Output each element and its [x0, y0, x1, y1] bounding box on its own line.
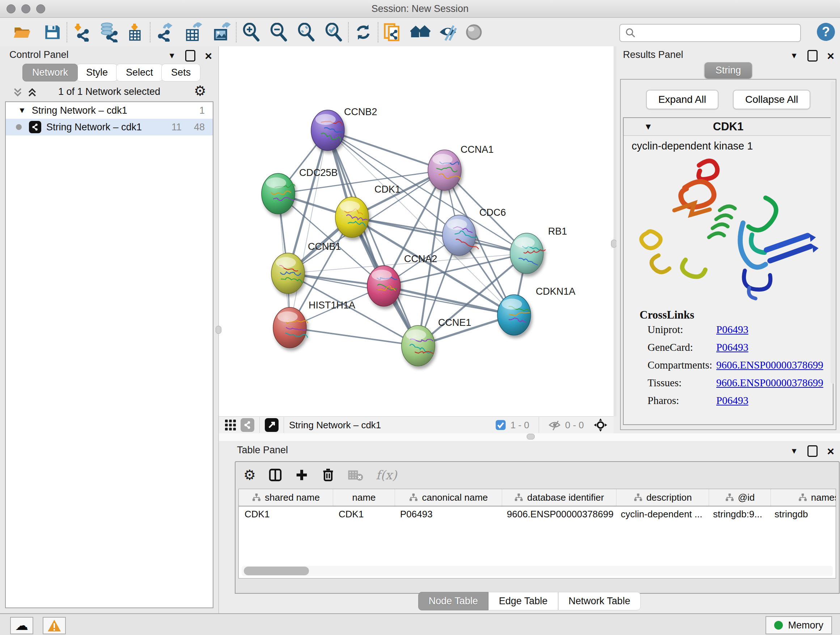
- export-network-button[interactable]: [155, 22, 175, 42]
- results-scrollbar[interactable]: [831, 81, 835, 384]
- delete-table-icon[interactable]: [347, 467, 363, 483]
- import-network-database-button[interactable]: [98, 22, 118, 42]
- warnings-button[interactable]: [43, 617, 66, 634]
- refresh-button[interactable]: [353, 22, 373, 42]
- export-table-button[interactable]: [183, 22, 203, 42]
- crosslink-link[interactable]: 9606.ENSP00000378699: [716, 359, 823, 371]
- column-header-name[interactable]: name: [333, 489, 395, 506]
- memory-button[interactable]: Memory: [766, 616, 832, 634]
- show-all-button[interactable]: [410, 22, 431, 42]
- gene-header[interactable]: ▼ CDK1: [624, 118, 833, 136]
- network-row-selected[interactable]: String Network – cdk1 11 48: [6, 119, 213, 135]
- close-panel-icon[interactable]: ×: [827, 51, 834, 60]
- network-canvas[interactable]: CCNB2 CCNA1 CDC25B CDK1 CDC6 RB1 CCNB1: [219, 46, 614, 416]
- scrollbar-thumb[interactable]: [244, 567, 309, 575]
- help-button[interactable]: ?: [817, 23, 835, 41]
- edge-HIST1H1A-CCNE1[interactable]: [290, 328, 418, 346]
- collapse-panel-icon[interactable]: ▼: [790, 447, 798, 456]
- first-neighbors-button[interactable]: [383, 22, 403, 42]
- create-column-plus-icon[interactable]: [295, 468, 309, 482]
- node-CDK1[interactable]: [335, 197, 369, 238]
- collapse-panel-icon[interactable]: ▼: [168, 51, 176, 60]
- selected-checkbox-icon[interactable]: [495, 420, 506, 431]
- node-table-box: ⚙: [235, 461, 840, 594]
- splitter-grip[interactable]: [611, 240, 617, 248]
- save-session-button[interactable]: [42, 22, 62, 42]
- zoom-selected-button[interactable]: [324, 22, 344, 42]
- import-network-file-button[interactable]: [72, 22, 92, 42]
- zoom-in-button[interactable]: [241, 22, 261, 42]
- column-header-database-identifier[interactable]: database identifier: [502, 489, 616, 506]
- splitter-vertical[interactable]: [614, 46, 616, 416]
- edge-CCNB2-HIST1H1A[interactable]: [290, 130, 328, 328]
- table-options-gear-icon[interactable]: ⚙: [243, 468, 256, 482]
- zoom-out-button[interactable]: [268, 22, 289, 42]
- splitter-grip[interactable]: [216, 326, 221, 334]
- hidden-eye-slash-icon[interactable]: [548, 419, 561, 431]
- show-graphics-button[interactable]: [464, 22, 484, 42]
- network-options-gear-icon[interactable]: ⚙: [194, 84, 206, 98]
- node-CCNE1[interactable]: [401, 325, 435, 366]
- detach-view-icon[interactable]: [265, 418, 279, 432]
- function-builder-icon[interactable]: f(x): [376, 468, 397, 482]
- column-tree-icon: [725, 493, 734, 502]
- node-HIST1H1A[interactable]: [273, 307, 308, 348]
- tree-expander-icon[interactable]: ▼: [18, 106, 26, 115]
- delete-column-trash-icon[interactable]: [321, 468, 335, 482]
- close-panel-icon[interactable]: ×: [205, 51, 212, 60]
- column-header-description[interactable]: description: [616, 489, 709, 506]
- tab-node-table[interactable]: Node Table: [418, 592, 488, 610]
- node-CDKN1A[interactable]: [497, 295, 531, 335]
- show-columns-icon[interactable]: [268, 468, 283, 482]
- toolbar-search-box[interactable]: [619, 24, 801, 42]
- crosslink-link[interactable]: P06493: [716, 324, 748, 336]
- crosslink-link[interactable]: 9606.ENSP00000378699: [716, 377, 823, 389]
- column-header-namespace[interactable]: namespace: [771, 489, 836, 506]
- cloud-status-button[interactable]: ☁: [10, 617, 33, 634]
- network-collection-row[interactable]: ▼ String Network – cdk1 1: [6, 102, 213, 119]
- collapse-all-button[interactable]: Collapse All: [733, 90, 810, 109]
- node-CCNA2[interactable]: [367, 266, 401, 306]
- table-horizontal-scrollbar[interactable]: [242, 566, 833, 576]
- collapse-panel-icon[interactable]: ▼: [790, 51, 798, 60]
- search-input[interactable]: [639, 27, 797, 39]
- expand-all-button[interactable]: Expand All: [646, 90, 718, 109]
- tab-style[interactable]: Style: [76, 64, 118, 81]
- string-network-graph[interactable]: CCNB2 CCNA1 CDC25B CDK1 CDC6 RB1 CCNB1: [219, 46, 614, 416]
- column-header-canonical-name[interactable]: canonical name: [395, 489, 502, 506]
- splitter-grip[interactable]: [527, 434, 535, 440]
- node-CCNB2[interactable]: [311, 110, 344, 150]
- float-panel-icon[interactable]: [807, 445, 818, 457]
- network-share-view-icon[interactable]: [240, 418, 254, 432]
- close-panel-icon[interactable]: ×: [827, 447, 834, 456]
- hide-selected-button[interactable]: [438, 22, 458, 42]
- open-session-button[interactable]: [12, 22, 33, 42]
- results-tab-string[interactable]: String: [705, 62, 752, 79]
- column-header-shared-name[interactable]: shared name: [239, 489, 333, 506]
- node-CCNA1[interactable]: [428, 150, 461, 190]
- crosslink-link[interactable]: P06493: [716, 394, 748, 407]
- grid-view-icon[interactable]: [224, 418, 237, 432]
- edge-CCNB2-CCNA1[interactable]: [328, 130, 445, 170]
- tab-edge-table[interactable]: Edge Table: [488, 592, 558, 610]
- crosslink-link[interactable]: P06493: [716, 341, 748, 353]
- table-cell: CDK1: [239, 507, 333, 523]
- node-CDC25B[interactable]: [262, 173, 295, 214]
- table-row[interactable]: CDK1CDK1P064939606.ENSP00000378699cyclin…: [239, 507, 836, 523]
- tab-sets[interactable]: Sets: [161, 64, 201, 81]
- export-image-button[interactable]: [211, 22, 232, 42]
- node-CDC6[interactable]: [442, 215, 478, 256]
- column-header--id[interactable]: @id: [709, 489, 771, 506]
- node-CCNB1[interactable]: [271, 253, 305, 294]
- tab-network[interactable]: Network: [22, 64, 78, 81]
- import-table-file-button[interactable]: [125, 22, 145, 42]
- birdseye-crosshair-icon[interactable]: [593, 418, 608, 432]
- float-panel-icon[interactable]: [185, 50, 195, 62]
- tab-select[interactable]: Select: [116, 64, 163, 81]
- zoom-fit-button[interactable]: [296, 22, 316, 42]
- float-panel-icon[interactable]: [807, 50, 818, 62]
- table-header-row: shared name name canonical name database…: [239, 489, 836, 507]
- node-RB1[interactable]: [510, 233, 546, 274]
- title-bar: Session: New Session: [0, 0, 840, 18]
- tab-network-table[interactable]: Network Table: [558, 592, 641, 610]
